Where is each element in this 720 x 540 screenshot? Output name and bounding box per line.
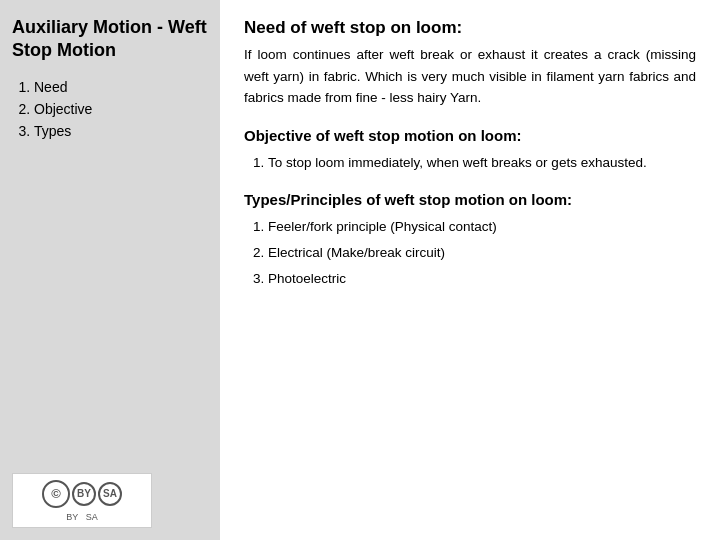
section-need: Need of weft stop on loom: If loom conti… [244,18,696,109]
sa-icon: SA [98,482,122,506]
cc-label: BY SA [66,512,97,522]
sidebar-item-objective[interactable]: Objective [34,101,208,117]
objective-item-1: To stop loom immediately, when weft brea… [268,152,696,174]
creative-commons-badge: © BY SA BY SA [12,473,152,528]
sidebar-item-need[interactable]: Need [34,79,208,95]
sidebar: Auxiliary Motion - Weft Stop Motion Need… [0,0,220,540]
cc-license-badge: © BY SA BY SA [12,473,208,528]
objective-list: To stop loom immediately, when weft brea… [244,152,696,174]
section-types: Types/Principles of weft stop motion on … [244,191,696,289]
cc-icon: © [42,480,70,508]
section-objective: Objective of weft stop motion on loom: T… [244,127,696,174]
cc-icons-row: © BY SA [42,480,122,508]
sidebar-item-types[interactable]: Types [34,123,208,139]
by-icon: BY [72,482,96,506]
section-need-paragraph: If loom continues after weft break or ex… [244,44,696,109]
section-types-title: Types/Principles of weft stop motion on … [244,191,696,208]
sidebar-title: Auxiliary Motion - Weft Stop Motion [12,16,208,63]
types-item-2: Electrical (Make/break circuit) [268,242,696,264]
types-item-1: Feeler/fork principle (Physical contact) [268,216,696,238]
page: Auxiliary Motion - Weft Stop Motion Need… [0,0,720,540]
sidebar-nav: Need Objective Types [12,79,208,139]
section-objective-title: Objective of weft stop motion on loom: [244,127,696,144]
main-content: Need of weft stop on loom: If loom conti… [220,0,720,540]
types-list: Feeler/fork principle (Physical contact)… [244,216,696,289]
section-need-title: Need of weft stop on loom: [244,18,696,38]
types-item-3: Photoelectric [268,268,696,290]
